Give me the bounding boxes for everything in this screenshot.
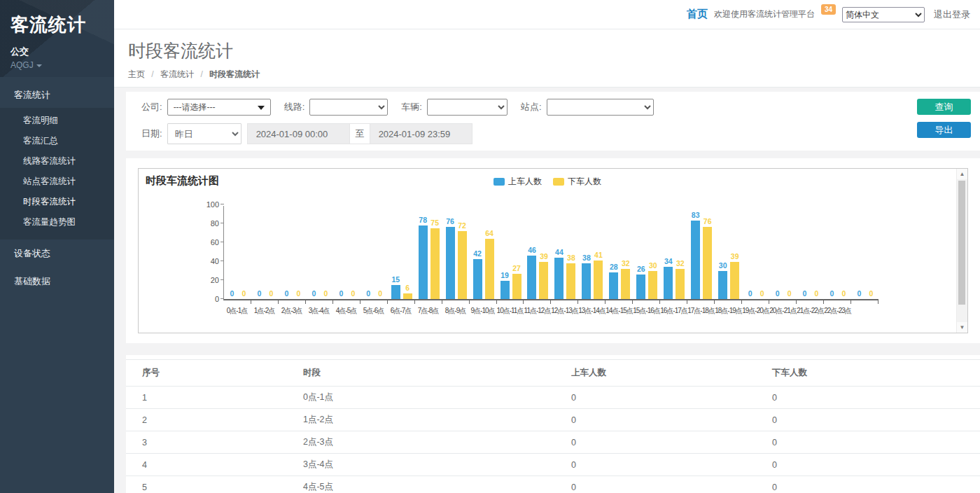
filter-row-1: 公司: ---请选择--- 线路: 车辆: 站点: bbox=[141, 99, 971, 116]
vehicle-select[interactable] bbox=[427, 99, 507, 116]
bar-group: 3841 bbox=[578, 206, 606, 299]
breadcrumb: 主页 / 客流统计 / 时段客流统计 bbox=[128, 69, 966, 81]
bar-alighting bbox=[458, 231, 467, 299]
y-axis-tick-label: 80 bbox=[198, 219, 219, 228]
x-axis-label: 14点-15点 bbox=[606, 306, 633, 316]
table-row: 43点-4点00 bbox=[126, 454, 980, 476]
org-name: 公交 bbox=[10, 46, 104, 58]
bar-boarding bbox=[582, 263, 591, 299]
legend-swatch bbox=[553, 178, 564, 186]
bar-group: 00 bbox=[360, 206, 388, 299]
date-range-to-label: 至 bbox=[350, 123, 370, 144]
bar-value-label: 0 bbox=[860, 289, 881, 298]
table-cell: 0 bbox=[571, 431, 772, 454]
x-axis-tick-mark bbox=[687, 300, 687, 304]
date-end-input[interactable] bbox=[370, 123, 472, 144]
user-dropdown[interactable]: AQGJ bbox=[10, 60, 104, 70]
chart-vertical-scrollbar[interactable]: ▲ ▼ bbox=[956, 169, 967, 333]
bar-boarding bbox=[500, 281, 510, 299]
chart-plot: 0204060801000000000000001567875767242641… bbox=[223, 206, 878, 300]
export-button[interactable]: 导出 bbox=[917, 122, 971, 138]
legend-item[interactable]: 上车人数 bbox=[493, 176, 542, 188]
bar-group: 00 bbox=[306, 206, 333, 299]
sidebar-item[interactable]: 设备状态 bbox=[0, 239, 114, 268]
language-select[interactable]: 简体中文 bbox=[842, 7, 925, 22]
scroll-up-arrow[interactable]: ▲ bbox=[957, 169, 967, 179]
x-axis-tick-mark bbox=[605, 300, 606, 304]
x-axis-label: 5点-6点 bbox=[360, 306, 387, 316]
bar-boarding bbox=[473, 259, 482, 299]
table-cell: 0 bbox=[772, 476, 980, 493]
logout-link[interactable]: 退出登录 bbox=[934, 8, 970, 21]
table-row: 32点-3点00 bbox=[126, 431, 980, 454]
sidebar-item-sub[interactable]: 客流量趋势图 bbox=[0, 212, 114, 232]
x-axis-tick-mark bbox=[387, 300, 388, 304]
chart-legend: 上车人数下车人数 bbox=[139, 176, 956, 188]
legend-item[interactable]: 下车人数 bbox=[553, 176, 601, 188]
x-axis-label: 9点-10点 bbox=[469, 306, 496, 316]
data-table: 序号 时段 上车人数 下车人数 10点-1点0021点-2点0032点-3点00… bbox=[126, 359, 980, 493]
date-start-input[interactable] bbox=[247, 123, 350, 144]
header-alighting: 下车人数 bbox=[772, 360, 980, 387]
bar-group: 00 bbox=[769, 206, 797, 299]
bar-boarding bbox=[664, 267, 673, 299]
company-select[interactable]: ---请选择--- bbox=[167, 99, 271, 116]
bar-alighting bbox=[566, 263, 575, 299]
bar-group: 4438 bbox=[551, 206, 578, 299]
x-axis-label: 22点-23点 bbox=[824, 306, 851, 316]
date-preset-select[interactable]: 昨日 bbox=[167, 123, 241, 144]
bar-group: 4639 bbox=[524, 206, 551, 299]
bar-alighting bbox=[648, 271, 657, 300]
line-label: 线路: bbox=[284, 101, 305, 113]
sidebar-item-active[interactable]: 时段客流统计 bbox=[0, 192, 114, 212]
scrollbar-thumb[interactable] bbox=[958, 181, 965, 305]
table-row: 54点-5点00 bbox=[126, 476, 980, 493]
bar-group: 1927 bbox=[497, 206, 524, 299]
bar-group: 2630 bbox=[633, 206, 660, 299]
company-select-value: ---请选择--- bbox=[174, 102, 216, 112]
line-select[interactable] bbox=[309, 99, 388, 116]
x-axis-tick-mark bbox=[550, 300, 551, 304]
y-axis-tick-label: 0 bbox=[198, 295, 219, 303]
bar-boarding bbox=[636, 275, 645, 299]
filter-buttons: 查询 导出 bbox=[917, 99, 971, 138]
table-row: 21点-2点00 bbox=[126, 409, 980, 431]
bar-group: 2832 bbox=[606, 206, 633, 299]
sidebar-section-passenger-stats[interactable]: 客流统计 bbox=[0, 83, 114, 108]
sidebar-item-sub[interactable]: 线路客流统计 bbox=[0, 151, 114, 172]
table-cell: 3点-4点 bbox=[303, 454, 571, 476]
x-axis-tick-mark bbox=[823, 300, 824, 304]
bar-boarding bbox=[446, 227, 455, 299]
brand-area: 客流统计 公交 AQGJ bbox=[0, 0, 114, 77]
table-cell: 0 bbox=[571, 387, 772, 409]
breadcrumb-passenger-stats[interactable]: 客流统计 bbox=[160, 69, 194, 79]
filter-row-2: 日期: 昨日 至 bbox=[141, 123, 971, 144]
home-link[interactable]: 首页 bbox=[687, 8, 708, 21]
x-axis-label: 1点-2点 bbox=[251, 306, 278, 316]
bar-group: 00 bbox=[824, 206, 851, 299]
table-cell: 4点-5点 bbox=[303, 476, 571, 493]
sidebar-nav: 客流统计 客流明细客流汇总线路客流统计站点客流统计时段客流统计客流量趋势图 设备… bbox=[0, 83, 114, 296]
query-button[interactable]: 查询 bbox=[917, 99, 971, 115]
bar-alighting bbox=[430, 228, 440, 299]
x-axis-tick-mark bbox=[305, 300, 306, 304]
table-cell: 3 bbox=[126, 431, 303, 454]
x-axis-label: 3点-4点 bbox=[305, 306, 332, 316]
scroll-down-arrow[interactable]: ▼ bbox=[957, 322, 967, 333]
bar-group: 00 bbox=[797, 206, 824, 299]
bar-boarding bbox=[718, 271, 727, 300]
sidebar-item-sub[interactable]: 站点客流统计 bbox=[0, 172, 114, 192]
header-period: 时段 bbox=[303, 360, 571, 387]
sidebar-item-sub[interactable]: 客流明细 bbox=[0, 111, 114, 131]
scrollbar-track[interactable] bbox=[957, 179, 967, 322]
sidebar-item-sub[interactable]: 客流汇总 bbox=[0, 131, 114, 151]
breadcrumb-home[interactable]: 主页 bbox=[128, 69, 145, 79]
x-axis-tick-mark bbox=[850, 300, 851, 304]
table-header-row: 序号 时段 上车人数 下车人数 bbox=[126, 360, 980, 387]
sidebar-item[interactable]: 基础数据 bbox=[0, 268, 114, 296]
bar-group: 00 bbox=[279, 206, 306, 299]
y-axis-tick-label: 20 bbox=[198, 276, 219, 284]
x-axis-tick-mark bbox=[659, 300, 660, 304]
station-select[interactable] bbox=[547, 99, 654, 116]
bar-group: 00 bbox=[251, 206, 279, 299]
